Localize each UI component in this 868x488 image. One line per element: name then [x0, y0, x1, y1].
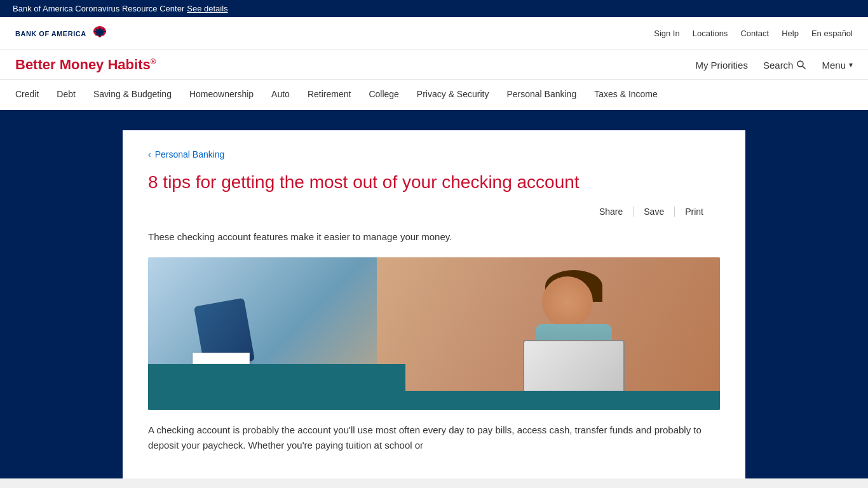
category-privacy-security[interactable]: Privacy & Security	[408, 80, 498, 110]
share-bar: Share Save Print	[148, 207, 720, 217]
chevron-down-icon: ▾	[849, 60, 853, 69]
print-button[interactable]: Print	[675, 207, 714, 217]
espanol-link[interactable]: En español	[811, 29, 853, 38]
category-navigation: Credit Debt Saving & Budgeting Homeowner…	[0, 80, 868, 111]
category-homeownership[interactable]: Homeownership	[180, 80, 262, 110]
bank-logo-text[interactable]: BANK OF AMERICA	[15, 30, 86, 37]
svg-line-1	[803, 66, 806, 69]
category-retirement[interactable]: Retirement	[299, 80, 360, 110]
person-head	[542, 276, 593, 327]
category-personal-banking[interactable]: Personal Banking	[498, 80, 585, 110]
locations-link[interactable]: Locations	[693, 29, 728, 38]
bank-logo-eagle	[90, 25, 109, 42]
search-button[interactable]: Search	[763, 60, 807, 71]
help-link[interactable]: Help	[782, 29, 799, 38]
search-icon	[796, 60, 806, 70]
banner-text: Bank of America Coronavirus Resource Cen…	[13, 4, 184, 13]
paper-illustration	[193, 353, 250, 391]
top-navigation: BANK OF AMERICA Sign In Locations Contac…	[0, 17, 868, 50]
content-card: ‹ Personal Banking 8 tips for getting th…	[123, 130, 745, 478]
contact-link[interactable]: Contact	[740, 29, 769, 38]
article-intro: These checking account features make it …	[148, 229, 720, 245]
image-teal-bar	[148, 391, 720, 410]
image-left-content	[180, 295, 281, 391]
svg-point-0	[797, 61, 803, 67]
brand-actions: My Priorities Search Menu ▾	[695, 60, 853, 71]
article-hero-image	[148, 257, 720, 410]
category-credit[interactable]: Credit	[6, 80, 48, 110]
article-title: 8 tips for getting the most out of your …	[148, 171, 720, 194]
logo-area: BANK OF AMERICA	[15, 25, 109, 42]
article-body: A checking account is probably the accou…	[148, 423, 720, 453]
save-button[interactable]: Save	[634, 207, 675, 217]
category-auto[interactable]: Auto	[262, 80, 299, 110]
brand-name[interactable]: Better Money Habits®	[15, 57, 156, 73]
my-priorities-button[interactable]: My Priorities	[695, 60, 748, 71]
category-taxes-income[interactable]: Taxes & Income	[585, 80, 667, 110]
page-background: ‹ Personal Banking 8 tips for getting th…	[0, 111, 868, 478]
banner-link[interactable]: See details	[187, 4, 227, 13]
top-links: Sign In Locations Contact Help En españo…	[654, 29, 853, 38]
breadcrumb-label: Personal Banking	[155, 149, 225, 159]
brand-bar: Better Money Habits® My Priorities Searc…	[0, 50, 868, 80]
menu-button[interactable]: Menu ▾	[822, 60, 853, 71]
sign-in-link[interactable]: Sign In	[654, 29, 679, 38]
category-college[interactable]: College	[360, 80, 407, 110]
category-debt[interactable]: Debt	[48, 80, 85, 110]
chevron-left-icon: ‹	[148, 149, 151, 159]
coronavirus-banner: Bank of America Coronavirus Resource Cen…	[0, 0, 868, 17]
breadcrumb[interactable]: ‹ Personal Banking	[148, 149, 720, 159]
share-button[interactable]: Share	[589, 207, 634, 217]
category-saving-budgeting[interactable]: Saving & Budgeting	[85, 80, 180, 110]
